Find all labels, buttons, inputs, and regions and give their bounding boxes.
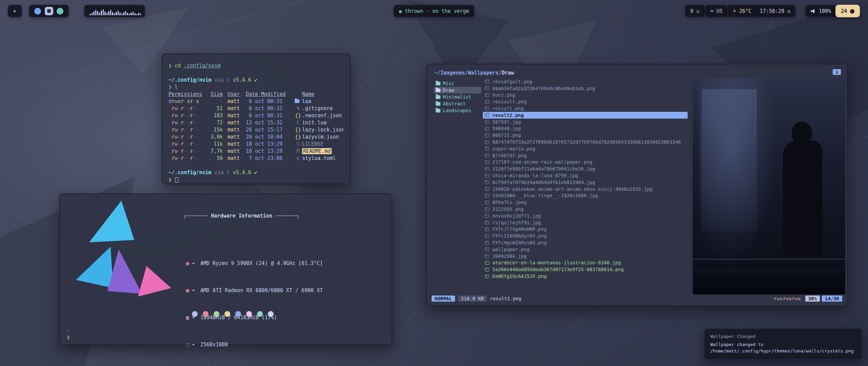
breadcrumb: ~/Imagenes/Wallpapers/Draw (434, 70, 514, 76)
file-row[interactable]: rsjqojlmjhf91.jpg (483, 219, 688, 226)
weather-pill[interactable]: ☀ 26°C (727, 5, 757, 17)
cava-bar (99, 13, 100, 15)
image-file-icon (485, 207, 489, 211)
volume-level: 100% (819, 8, 831, 14)
file-row[interactable]: 5a266e448add93deab367d87173e9f25-6837886… (483, 266, 688, 273)
file-row[interactable]: 68747470733a2f2f696d616765732d7769786d70… (483, 139, 688, 145)
file-row[interactable]: 217167-sad-anime-rain-wallpaper.png (483, 159, 688, 166)
file-row[interactable]: ressdfgult.png (483, 78, 688, 85)
file-row[interactable]: kurz.png (483, 92, 688, 99)
sidebar-folder[interactable]: Draw (434, 87, 481, 94)
filetype-icon: {} (295, 113, 301, 119)
file-row[interactable]: EeNKYgIUcAAJ5JX.png (483, 273, 688, 280)
file-row[interactable]: FXfcII0X0AQyn9X.png (483, 232, 688, 239)
clock-icon: ◷ (787, 8, 790, 14)
image-file-icon (485, 241, 489, 245)
app-icon[interactable] (45, 7, 53, 15)
file-row[interactable]: 20492984.jpg (483, 253, 688, 260)
prompt-context: ~/.config/nvim via ☾ v5.4.6 ✔ (169, 169, 344, 176)
cava-bar (121, 14, 123, 15)
folder-icon (436, 109, 440, 113)
keyboard-layout: US (716, 8, 723, 14)
launcher-button[interactable]: ➤ (8, 5, 22, 17)
image-file-icon (485, 214, 489, 218)
cava-bar (134, 13, 136, 15)
file-row[interactable]: 3126f7e9bbf21a8a4af0b67b041c6e26.jpg (483, 165, 688, 172)
audio-visualizer[interactable] (84, 5, 145, 17)
file-row[interactable]: 8FKa7Cu.jpeg (483, 199, 688, 206)
cava-bar (112, 12, 113, 15)
file-row[interactable]: resssult.png (483, 98, 688, 105)
folder-label: Draw (443, 87, 454, 93)
notification-popup[interactable]: Wallpaper Changed Wallpaper changed to /… (704, 328, 862, 360)
image-file-icon (485, 93, 489, 97)
shell-prompt[interactable]: ~ ❯ (67, 327, 70, 341)
fetch-value: AMD ATI Radeon RX 6800/6800 XT / 6900 XT (200, 287, 323, 294)
updates-pill[interactable]: 0 ↻ (685, 5, 705, 17)
file-name: FXfcJlTXgAMvH6R.png (492, 226, 547, 232)
file-name: EeNKYgIUcAAJ5JX.png (492, 273, 547, 279)
sidebar-folder[interactable]: Abstract (434, 100, 481, 107)
file-row[interactable]: FXfcHgcWIAMzs0G.png (483, 239, 688, 246)
distro-logo (64, 197, 176, 309)
file-permissions: .rw-r--r-- (169, 105, 210, 112)
sidebar-folder[interactable]: Minimalist (434, 94, 481, 100)
file-size: 59 (210, 155, 226, 162)
cava-bar (104, 12, 106, 15)
keyboard-layout-pill[interactable]: ⌨ US (705, 5, 728, 17)
file-row[interactable]: wallpaper.png (483, 246, 688, 253)
bell-icon (850, 9, 854, 13)
image-file-icon (485, 86, 489, 90)
sidebar-folder[interactable]: Landscapes (434, 107, 481, 114)
terminal-nvim-config[interactable]: ❯ cd .config/nvim ~/.config/nvim via ☾ v… (162, 54, 351, 184)
selected-filename: result2.png (490, 296, 521, 301)
cava-bar (123, 12, 124, 15)
volume-pill[interactable]: 100% (805, 5, 836, 17)
file-row[interactable]: 0c794faf07de24a4db4d4fb1eb813964.jpg (483, 179, 688, 186)
ls-file-row: .rw-r--r-- 15k matt 26 oct 15:17 {} lazy… (169, 126, 344, 134)
terminal-fastfetch[interactable]: ┌─────── Hardware Information ───────┐ ▣… (59, 194, 392, 345)
file-row[interactable]: 3122955.png (483, 206, 688, 212)
file-row[interactable]: 154928-odinokoe_anime-art-anime-okno-sin… (483, 186, 688, 192)
fetch-value: 868x366 (200, 341, 228, 348)
file-row[interactable]: nnvuv0xj2df71.jpg (483, 212, 688, 219)
file-row[interactable]: 87r687df.png (483, 152, 688, 159)
hardware-icon: ▢ (183, 341, 192, 348)
notifications-pill[interactable]: 24 (835, 5, 860, 17)
image-file-icon (485, 134, 489, 137)
file-name: lazy-lock.json (302, 127, 344, 133)
file-row[interactable]: re1sult.png (483, 105, 688, 112)
file-permissions: .rw-r--r-- (169, 126, 210, 134)
clock-pill[interactable]: 17:50:29 ◷ (754, 5, 796, 17)
file-row[interactable]: result2.png (483, 112, 688, 119)
folder-icon (436, 95, 440, 99)
image-file-icon (485, 140, 489, 144)
file-row[interactable]: 587597.jpg (483, 119, 688, 125)
file-manager-window[interactable]: ~/Imagenes/Wallpapers/Draw 1 Misc Draw M… (426, 64, 848, 306)
sidebar-folder[interactable]: Misc (434, 80, 481, 87)
image-file-icon (485, 261, 489, 265)
palette-dot (268, 311, 274, 317)
cava-bar (129, 14, 130, 15)
file-row[interactable]: 866715.png (483, 132, 688, 139)
image-file-icon (485, 120, 489, 124)
file-row[interactable]: chica-mirando-la-luna-8799.jpg (483, 172, 688, 179)
image-file-icon (485, 221, 489, 224)
folder-icon (436, 82, 440, 85)
file-row[interactable]: atardecer-en-la-montanas-ilustracion-634… (483, 260, 688, 266)
media-player-pill[interactable]: ◉ thrown - on the verge (393, 5, 474, 17)
file-row[interactable]: 08a634fa02a32364f69ebc86a98eb1eb.png (483, 85, 688, 92)
file-name: 19201080-__blue-tinge__-1920×1080.jpg (492, 193, 598, 198)
filetype-icon: {} (295, 127, 301, 133)
file-name: 87r687df.png (492, 153, 527, 158)
file-name: 8FKa7Cu.jpeg (492, 200, 527, 205)
file-row[interactable]: 19201080-__blue-tinge__-1920×1080.jpg (483, 192, 688, 199)
app-icon[interactable] (57, 8, 63, 15)
active-prompt[interactable]: ❯ (169, 176, 344, 183)
file-row[interactable]: FXfcJlTXgAMvH6R.png (483, 226, 688, 233)
file-row[interactable]: 596848.jpg (483, 125, 688, 132)
app-icon[interactable] (34, 8, 41, 15)
hardware-icon: ▦ (183, 287, 192, 294)
permissions-text: -rwxrwxrwx (771, 296, 801, 301)
file-row[interactable]: super-mario.png (483, 145, 688, 152)
